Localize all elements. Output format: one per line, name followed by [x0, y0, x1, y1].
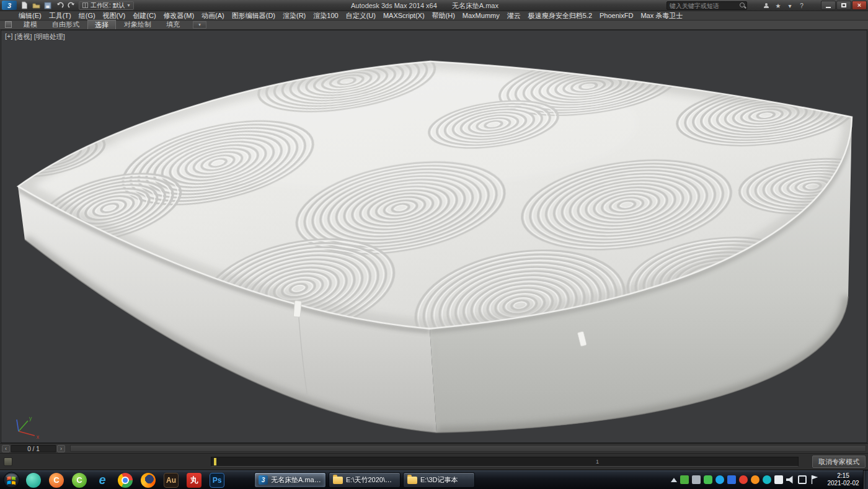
- ribbon-tab-bar: 建模 自由形式 选择 对象绘制 填充 ▾: [0, 20, 868, 30]
- menu-bar: 编辑(E) 工具(T) 组(G) 视图(V) 创建(C) 修改器(M) 动画(A…: [0, 11, 868, 20]
- clock-time: 2:15: [823, 472, 863, 480]
- communication-icon[interactable]: ▾: [786, 2, 794, 10]
- taskbar-window-folder-1[interactable]: E:\天竹2020\无...: [329, 472, 401, 488]
- taskbar-clock[interactable]: 2:15 2021-02-02: [823, 472, 863, 487]
- netdisk-icon[interactable]: [727, 475, 736, 484]
- volume-icon[interactable]: [786, 475, 795, 484]
- menu-item[interactable]: 视图(V): [99, 11, 130, 20]
- menu-item[interactable]: 自定义(U): [342, 11, 379, 20]
- ribbon-minimize-icon[interactable]: ▾: [193, 21, 206, 29]
- search-input[interactable]: [666, 1, 747, 10]
- firefox-icon[interactable]: [141, 473, 156, 488]
- orange-c-app-icon[interactable]: C: [49, 473, 64, 488]
- ribbon-tab-select[interactable]: 选择: [87, 20, 116, 29]
- menu-item[interactable]: 工具(T): [45, 11, 75, 20]
- viewport-shading-menu[interactable]: [明暗处理]: [34, 32, 65, 42]
- maximize-button[interactable]: [836, 1, 851, 10]
- green-c-app-icon[interactable]: C: [72, 473, 87, 488]
- previous-frame-button[interactable]: ‹: [2, 445, 10, 452]
- wechat-icon[interactable]: [704, 475, 712, 484]
- chevron-down-icon: ▾: [128, 2, 130, 8]
- menu-item[interactable]: 帮助(H): [428, 11, 459, 20]
- menu-item[interactable]: 创建(C): [129, 11, 159, 20]
- search-icon[interactable]: [740, 2, 745, 7]
- menu-item[interactable]: 编辑(E): [15, 11, 45, 20]
- menu-item[interactable]: PhoenixFD: [596, 12, 637, 19]
- chrome-icon[interactable]: [118, 473, 133, 488]
- music-icon[interactable]: [739, 475, 748, 484]
- menu-item[interactable]: 渲染100: [309, 11, 342, 20]
- track-bar[interactable]: 1: [211, 457, 799, 467]
- taskbar-window-label: 无名床垫A.max - ...: [271, 475, 322, 485]
- favorites-star-icon[interactable]: ★: [774, 2, 782, 10]
- save-file-icon[interactable]: [43, 1, 53, 10]
- photoshop-icon[interactable]: Ps: [210, 473, 224, 488]
- new-scene-icon[interactable]: [19, 1, 29, 10]
- frame-number-field[interactable]: 0 / 1: [11, 445, 56, 452]
- ribbon-tab-object-paint[interactable]: 对象绘制: [117, 20, 158, 29]
- clock-date: 2021-02-02: [823, 480, 863, 487]
- qq-icon[interactable]: [715, 475, 724, 484]
- perspective-viewport[interactable]: x y [+] [透视] [明暗处理]: [1, 30, 867, 443]
- media-app-icon[interactable]: [26, 473, 41, 488]
- open-file-icon[interactable]: [31, 1, 41, 10]
- taskbar-window-folder-2[interactable]: E:\3D记事本: [403, 472, 475, 488]
- hidden-icons-icon[interactable]: [671, 478, 677, 482]
- menu-item[interactable]: MaxMummy: [459, 12, 503, 19]
- viewport-general-menu[interactable]: [+]: [5, 32, 13, 42]
- internet-explorer-icon[interactable]: e: [95, 473, 110, 488]
- cancel-expert-mode-button[interactable]: 取消专家模式: [812, 455, 866, 468]
- wan-app-icon[interactable]: 丸: [187, 473, 202, 488]
- input-method-icon[interactable]: [774, 475, 783, 484]
- menu-item[interactable]: 修改器(M): [160, 11, 198, 20]
- download-icon[interactable]: [751, 475, 760, 484]
- menu-item[interactable]: MAXScript(X): [379, 12, 428, 19]
- menu-item[interactable]: Max 杀毒卫士: [637, 11, 686, 20]
- close-button[interactable]: [852, 1, 867, 10]
- workspace-grid-icon: [82, 2, 88, 8]
- viewport-3d-scene[interactable]: x y: [1, 30, 867, 442]
- ribbon-config-icon[interactable]: [5, 21, 12, 28]
- axis-z-line: [17, 419, 19, 431]
- minimize-button[interactable]: [821, 1, 836, 10]
- time-slider-bar: ‹ 0 / 1 ›: [0, 443, 868, 453]
- network-icon[interactable]: [798, 475, 807, 484]
- folder-icon: [407, 477, 417, 484]
- world-axis-gizmo: x y: [17, 415, 40, 440]
- redo-icon[interactable]: [66, 1, 76, 10]
- ribbon-tab-freeform[interactable]: 自由形式: [45, 20, 86, 29]
- time-slider-track[interactable]: [70, 445, 866, 452]
- application-window: 工作区: 默认 ▾ Autodesk 3ds Max 2014 x64 无名床垫…: [0, 0, 868, 489]
- antivirus-icon[interactable]: [680, 475, 689, 484]
- usb-icon[interactable]: [692, 475, 701, 484]
- audition-icon[interactable]: Au: [164, 473, 179, 488]
- window-controls: [821, 1, 867, 10]
- axis-x-label: x: [37, 434, 40, 440]
- undo-icon[interactable]: [55, 1, 64, 10]
- next-frame-button[interactable]: ›: [57, 445, 65, 452]
- menu-item[interactable]: 灌云: [503, 11, 525, 20]
- action-center-icon[interactable]: [810, 475, 818, 484]
- workspace-selector[interactable]: 工作区: 默认 ▾: [79, 1, 134, 10]
- time-marker[interactable]: [214, 458, 216, 465]
- menu-item[interactable]: 动画(A): [198, 11, 228, 20]
- ribbon-tab-modeling[interactable]: 建模: [17, 20, 44, 29]
- sign-in-icon[interactable]: [762, 2, 771, 10]
- menu-item[interactable]: 组(G): [75, 11, 99, 20]
- menu-item[interactable]: 渲染(R): [279, 11, 309, 20]
- menu-item[interactable]: 极速瘦身安全归档5.2: [525, 11, 596, 20]
- document-title: 无名床垫A.max: [452, 1, 498, 11]
- cloud-icon[interactable]: [763, 475, 771, 484]
- workspace-label: 工作区: 默认: [91, 1, 125, 10]
- show-desktop-button[interactable]: [863, 470, 868, 489]
- max-file-icon: [259, 475, 268, 485]
- help-icon[interactable]: ?: [797, 2, 806, 10]
- scene-explorer-icon[interactable]: [4, 457, 12, 466]
- ribbon-tab-populate[interactable]: 填充: [159, 20, 187, 29]
- start-button[interactable]: [3, 472, 20, 488]
- viewport-pov-menu[interactable]: [透视]: [15, 32, 32, 42]
- menu-item[interactable]: 图形编辑器(D): [228, 11, 279, 20]
- status-bar: 1 取消专家模式: [0, 453, 868, 470]
- taskbar-window-3dsmax[interactable]: 无名床垫A.max - ...: [254, 472, 326, 488]
- app-menu-button[interactable]: [2, 1, 17, 10]
